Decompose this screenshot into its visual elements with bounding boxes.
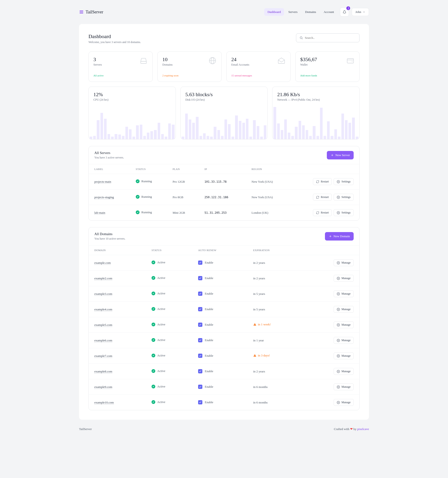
- chart-bar: [196, 117, 198, 139]
- gear-icon: [337, 277, 340, 280]
- stat-domains-label: Domains: [162, 63, 173, 67]
- chart-bar: [168, 123, 171, 139]
- col-ip: IP: [199, 164, 246, 174]
- chart-bar: [165, 137, 167, 139]
- settings-button[interactable]: Settings: [334, 209, 354, 216]
- manage-button[interactable]: Manage: [334, 399, 354, 406]
- expiration-warning: in 1 week!: [253, 323, 271, 326]
- stat-servers-foot[interactable]: All active: [93, 74, 148, 77]
- chart-bar: [147, 133, 149, 139]
- restart-button[interactable]: Restart: [313, 209, 332, 216]
- status-badge: Running: [136, 195, 152, 199]
- settings-button[interactable]: Settings: [334, 178, 354, 185]
- auto-renew-toggle[interactable]: Enable: [198, 323, 213, 327]
- chart-net-bars: [272, 106, 359, 139]
- plus-icon: [329, 235, 332, 238]
- servers-section: All ServersYou have 3 active servers. Ne…: [89, 146, 359, 220]
- auto-renew-toggle[interactable]: Enable: [198, 354, 213, 358]
- check-icon: [199, 401, 202, 404]
- domain-link[interactable]: example4.com: [94, 308, 112, 311]
- manage-button[interactable]: Manage: [334, 259, 354, 266]
- domain-link[interactable]: example8.com: [94, 370, 112, 373]
- domain-link[interactable]: example.com: [94, 261, 111, 265]
- nav-servers[interactable]: Servers: [285, 8, 301, 16]
- auto-renew-toggle[interactable]: Enable: [198, 385, 213, 389]
- domain-link[interactable]: example6.com: [94, 339, 112, 342]
- manage-button[interactable]: Manage: [334, 306, 354, 313]
- stat-wallet-value: $356,67: [300, 57, 317, 63]
- manage-button[interactable]: Manage: [334, 290, 354, 297]
- nav-domains[interactable]: Domains: [302, 8, 319, 16]
- manage-button[interactable]: Manage: [334, 352, 354, 359]
- globe-icon: [208, 57, 217, 65]
- nav-dashboard[interactable]: Dashboard: [264, 8, 284, 16]
- nav-account[interactable]: Account: [320, 8, 337, 16]
- server-label-link[interactable]: projects-staging: [94, 195, 114, 199]
- auto-renew-toggle[interactable]: Enable: [198, 292, 213, 296]
- restart-button[interactable]: Restart: [313, 178, 332, 185]
- status-badge: Active: [152, 307, 165, 311]
- domain-link[interactable]: example5.com: [94, 323, 112, 327]
- search-input[interactable]: [305, 36, 356, 40]
- new-server-button[interactable]: New Server: [327, 151, 354, 159]
- stat-wallet-label: Wallet: [300, 63, 317, 67]
- chart-bar: [228, 124, 230, 139]
- status-badge: Running: [136, 210, 152, 214]
- auto-renew-toggle[interactable]: Enable: [198, 338, 213, 342]
- col-domain: Domain: [89, 245, 146, 255]
- user-menu-button[interactable]: John: [352, 8, 369, 16]
- auto-renew-toggle[interactable]: Enable: [198, 400, 213, 404]
- chart-bar: [158, 123, 160, 139]
- server-label-link[interactable]: lab-main: [94, 211, 105, 215]
- server-plan: Pro 8GB: [167, 189, 199, 205]
- stat-domains-foot[interactable]: 2 expiring soon: [162, 74, 217, 77]
- notifications-button[interactable]: 2: [340, 7, 349, 16]
- status-badge: Active: [152, 276, 165, 280]
- auto-renew-toggle[interactable]: Enable: [198, 260, 213, 265]
- check-icon: [199, 261, 202, 264]
- server-label-link[interactable]: projects-main: [94, 180, 111, 184]
- chart-bar: [182, 137, 184, 139]
- manage-button[interactable]: Manage: [334, 384, 354, 390]
- table-row: example6.comActiveEnablein 1 yearManage: [89, 333, 359, 348]
- check-icon: [199, 354, 202, 357]
- gear-icon: [337, 385, 340, 389]
- domain-link[interactable]: example3.com: [94, 292, 112, 296]
- brand-logo[interactable]: TailServer: [79, 10, 103, 15]
- stat-wallet-foot[interactable]: Add more funds: [300, 74, 355, 77]
- expiration-text: in 6 months: [253, 401, 268, 404]
- manage-button[interactable]: Manage: [334, 275, 354, 282]
- chart-bar: [136, 125, 139, 139]
- check-circle-icon: [152, 276, 155, 280]
- auto-renew-toggle[interactable]: Enable: [198, 307, 213, 311]
- search-box[interactable]: [296, 33, 359, 42]
- manage-button[interactable]: Manage: [334, 337, 354, 344]
- check-circle-icon: [152, 354, 155, 357]
- chart-bar: [356, 137, 358, 139]
- domain-link[interactable]: example10.com: [94, 401, 114, 404]
- manage-button[interactable]: Manage: [334, 321, 354, 328]
- auto-renew-toggle[interactable]: Enable: [198, 276, 213, 280]
- domain-link[interactable]: example2.com: [94, 277, 112, 280]
- chart-bar: [104, 119, 107, 139]
- restart-button[interactable]: Restart: [313, 194, 332, 201]
- status-badge: Active: [152, 260, 165, 264]
- stat-emails-foot[interactable]: 15 unread messages: [231, 74, 286, 77]
- manage-button[interactable]: Manage: [334, 368, 354, 375]
- domain-link[interactable]: example7.com: [94, 354, 112, 358]
- chart-bar: [129, 129, 132, 139]
- new-domain-button[interactable]: New Domain: [325, 232, 354, 240]
- chart-bar: [97, 120, 99, 139]
- check-icon: [199, 385, 202, 388]
- gear-icon: [337, 180, 340, 183]
- domain-link[interactable]: example9.com: [94, 385, 112, 389]
- domains-section: All DomainsYou have 10 active servers. N…: [89, 227, 359, 410]
- gear-icon: [337, 211, 340, 214]
- domains-title: All Domains: [94, 232, 125, 236]
- footer-brand[interactable]: TailServer: [79, 427, 92, 431]
- chart-bar: [291, 136, 294, 139]
- footer-link[interactable]: pixelcave: [357, 427, 369, 431]
- settings-button[interactable]: Settings: [334, 194, 354, 201]
- chart-bar: [221, 136, 224, 139]
- auto-renew-toggle[interactable]: Enable: [198, 369, 213, 373]
